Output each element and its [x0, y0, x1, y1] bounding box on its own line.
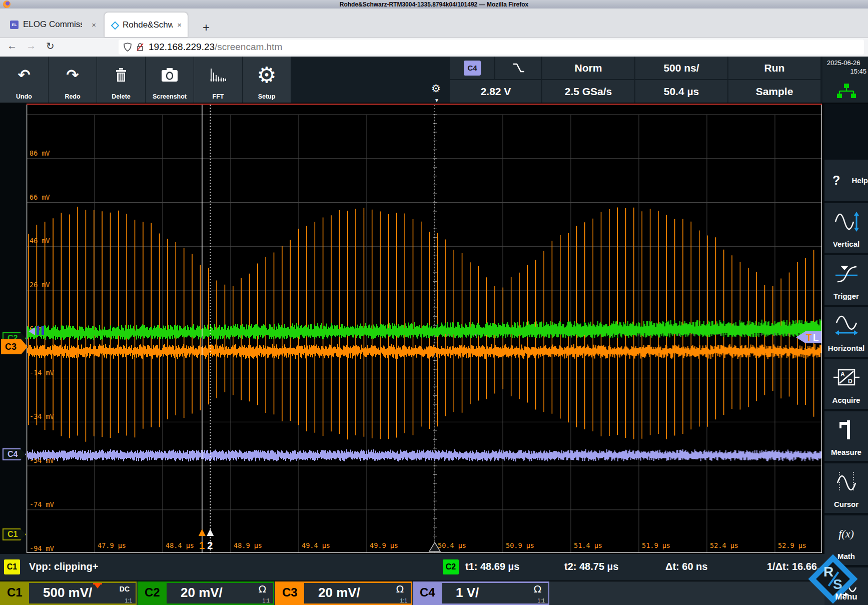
svg-text:49.4 µs: 49.4 µs — [302, 541, 330, 549]
svg-text:48.4 µs: 48.4 µs — [166, 541, 194, 549]
horizontal-icon — [833, 307, 859, 344]
menu-button[interactable]: Menu — [824, 592, 868, 602]
channel-scale: 20 mV/ — [181, 585, 223, 600]
settings-gear-icon[interactable]: ⚙ — [431, 83, 441, 95]
toolbar-redo-button[interactable]: ↷Redo — [49, 57, 97, 103]
sidebar-item-help[interactable]: ?Help — [824, 160, 868, 201]
channel-marker-c1[interactable]: C1 — [3, 528, 26, 540]
cursor-icon — [834, 463, 858, 500]
acquisition-mode-cell[interactable]: Sample — [728, 80, 820, 103]
svg-text:50.4 µs: 50.4 µs — [438, 541, 466, 549]
svg-text:49.9 µs: 49.9 µs — [370, 541, 398, 549]
svg-text:-14 mV: -14 mV — [30, 369, 54, 377]
date-text: 2025-06-26 — [827, 59, 868, 67]
channel-scale: 1 V/ — [456, 585, 479, 600]
sidebar-item-horizontal[interactable]: Horizontal — [824, 307, 868, 357]
probe-ratio: 1:1 — [400, 597, 407, 603]
acquire-icon: AD — [832, 359, 860, 396]
channel-block-c1[interactable]: C1500 mV/DC1:1 — [0, 581, 137, 605]
tab-elog[interactable]: EL ELOG Commissi × — [4, 12, 102, 37]
sidebar-item-trigger[interactable]: Trigger — [824, 255, 868, 305]
tab-label: Rohde&Schwarz — [123, 20, 173, 30]
run-state-cell[interactable]: Run — [728, 57, 820, 79]
svg-text:52.4 µs: 52.4 µs — [710, 541, 738, 549]
probe-ratio: 1:1 — [262, 597, 270, 603]
trigger-mode-cell[interactable]: Norm — [542, 57, 634, 79]
datetime-cell: 2025-06-26 15:45 — [822, 57, 868, 103]
svg-text:A: A — [840, 371, 845, 378]
sample-rate-cell[interactable]: 2.5 GSa/s — [542, 80, 634, 103]
tab-close-icon[interactable]: × — [92, 21, 96, 29]
svg-text:2: 2 — [207, 540, 213, 551]
toolbar-delete-button[interactable]: Delete — [97, 57, 145, 103]
back-button[interactable]: ← — [7, 40, 17, 52]
window-titlebar: Rohde&Schwarz-RTM3004-1335.8794k04/10149… — [0, 0, 868, 9]
new-tab-button[interactable]: + — [203, 21, 210, 35]
rs-favicon-icon — [111, 21, 118, 29]
firefox-icon — [3, 1, 11, 8]
toolbar-screenshot-button[interactable]: Screenshot — [146, 57, 194, 103]
toolbar-collapse-icon[interactable]: ▼ — [434, 98, 439, 103]
sidebar-item-cursor[interactable]: Cursor — [824, 463, 868, 513]
measurement-channel-badge[interactable]: C1 — [4, 559, 20, 574]
svg-text:46 mV: 46 mV — [30, 237, 50, 245]
trigger-level-cell[interactable]: 2.82 V — [450, 80, 541, 103]
channel-marker-c4[interactable]: C4 — [3, 448, 26, 460]
tab-bar: EL ELOG Commissi × Rohde&Schwarz × + — [0, 9, 868, 38]
sidebar-item-acquire[interactable]: ADAcquire — [824, 359, 868, 409]
probe-ratio: 1:1 — [537, 597, 545, 603]
network-icon — [835, 83, 857, 100]
impedance-icon: Ω — [396, 583, 404, 595]
timebase-cell[interactable]: 500 ns/ — [635, 57, 727, 79]
impedance-icon: Ω — [534, 583, 541, 595]
cursor-dt: Δt: 60 ns — [665, 561, 707, 572]
screenshot-icon — [161, 57, 179, 93]
sidebar-item-measure[interactable]: Measure — [824, 411, 868, 461]
horizontal-position-cell[interactable]: 50.4 µs — [635, 80, 727, 103]
trigger-slope-cell[interactable] — [495, 57, 541, 79]
channel-block-c2[interactable]: C220 mV/Ω1:1 — [138, 581, 274, 605]
trigger-icon — [833, 255, 859, 292]
coupling-label: DC — [120, 585, 130, 593]
channel-marker-c3[interactable]: C3 — [1, 339, 28, 354]
math-icon: f(x) — [838, 515, 854, 552]
toolbar-fft-button[interactable]: FFT — [194, 57, 242, 103]
svg-text:D: D — [848, 378, 852, 385]
vertical-icon — [833, 203, 859, 240]
setup-icon: ⚙ — [257, 57, 276, 93]
trigger-source-cell[interactable]: C4 — [450, 57, 494, 79]
elog-favicon-icon: EL — [10, 21, 19, 29]
navigation-bar: ← → ↻ 192.168.229.23/screencam.htm — [0, 38, 868, 57]
insecure-lock-icon[interactable] — [136, 43, 144, 52]
toolbar-undo-button[interactable]: ↶Undo — [0, 57, 48, 103]
probe-ratio: 1:1 — [125, 597, 132, 603]
svg-text:T: T — [806, 332, 812, 343]
shield-icon[interactable] — [124, 43, 132, 52]
url-text: 192.168.229.23/screencam.htm — [149, 42, 282, 53]
svg-text:51.9 µs: 51.9 µs — [642, 541, 670, 549]
tab-close-icon[interactable]: × — [177, 21, 182, 29]
cursor-channel-badge[interactable]: C2 — [443, 559, 459, 574]
waveform-display[interactable]: 86 mV66 mV46 mV26 mV6 mV-14 mV-34 mV-54 … — [27, 104, 822, 553]
undo-icon: ↶ — [18, 57, 30, 93]
svg-text:L: L — [813, 332, 819, 343]
toolbar-setup-button[interactable]: ⚙Setup — [243, 57, 291, 103]
svg-text:-94 mV: -94 mV — [30, 544, 54, 552]
scope-sidebar: ?HelpVerticalTriggerHorizontalADAcquireM… — [824, 104, 868, 605]
url-field[interactable]: 192.168.229.23/screencam.htm — [119, 40, 864, 55]
channel-block-c4[interactable]: C41 V/Ω1:1 — [413, 581, 549, 605]
channel-block-c3[interactable]: C320 mV/Ω1:1 — [275, 581, 412, 605]
svg-text:47.9 µs: 47.9 µs — [98, 541, 126, 549]
cursor-t2: t2: 48.75 µs — [564, 561, 618, 572]
delete-icon — [114, 57, 129, 93]
measure-icon — [835, 411, 857, 448]
forward-button[interactable]: → — [26, 40, 36, 52]
trigger-level-marker-icon — [93, 583, 102, 588]
tab-rohde-schwarz[interactable]: Rohde&Schwarz × — [104, 12, 188, 37]
svg-text:86 mV: 86 mV — [30, 149, 50, 157]
reload-button[interactable]: ↻ — [46, 40, 55, 52]
svg-text:50.9 µs: 50.9 µs — [506, 541, 534, 549]
help-icon: ? — [824, 173, 848, 188]
channel-scale: 500 mV/ — [43, 585, 92, 600]
sidebar-item-vertical[interactable]: Vertical — [824, 203, 868, 253]
